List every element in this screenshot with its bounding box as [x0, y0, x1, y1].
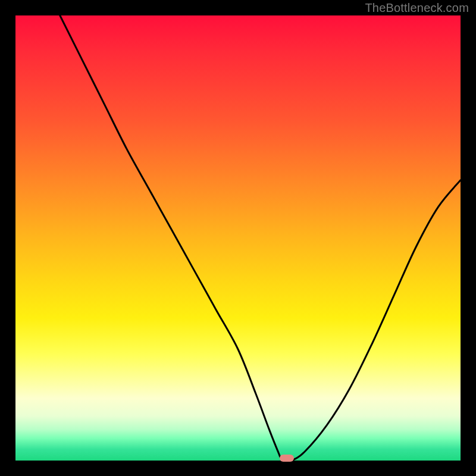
chart-frame: TheBottleneck.com: [0, 0, 476, 476]
optimal-marker: [280, 455, 294, 462]
plot-area: [15, 15, 461, 461]
bottleneck-curve: [15, 15, 461, 461]
attribution-label: TheBottleneck.com: [365, 1, 469, 15]
